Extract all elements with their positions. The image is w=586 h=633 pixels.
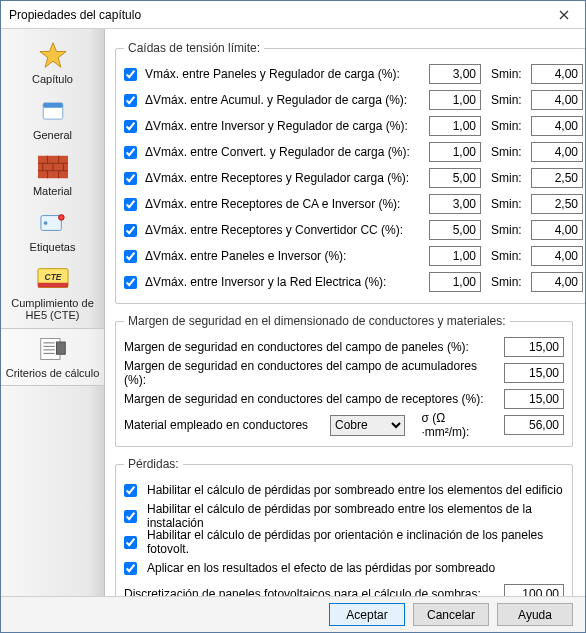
material-label: Material empleado en conductores [124,418,324,432]
caidas-checkbox[interactable] [124,224,137,237]
caidas-smin-input[interactable] [531,220,583,240]
caidas-value-input[interactable] [429,272,481,292]
caidas-value-input[interactable] [429,90,481,110]
smin-label: Smin: [491,171,527,185]
smin-label: Smin: [491,223,527,237]
sigma-label: σ (Ω ·mm²/m): [421,411,492,439]
ok-button[interactable]: Aceptar [329,603,405,626]
smin-label: Smin: [491,249,527,263]
close-button[interactable] [543,1,585,29]
discretizacion-label: Discretización de paneles fotovoltaicos … [124,587,498,596]
perdidas-checkbox[interactable] [124,562,137,575]
perdidas-checkbox[interactable] [124,510,137,523]
group-caidas: Caídas de tensión límite: Vmáx. entre Pa… [115,41,585,304]
sidebar-label: Criterios de cálculo [6,367,100,379]
sidebar-item-material[interactable]: Material [1,147,104,203]
svg-rect-20 [56,342,65,354]
perdidas-row: Habilitar el cálculo de pérdidas por som… [124,477,564,503]
margen-label: Margen de seguridad en conductores del c… [124,340,498,354]
caidas-smin-input[interactable] [531,168,583,188]
smin-label: Smin: [491,275,527,289]
smin-label: Smin: [491,67,527,81]
caidas-label: ΔVmáx. entre Convert. y Regulador de car… [145,145,425,159]
material-select[interactable]: Cobre [330,415,405,436]
caidas-checkbox[interactable] [124,68,137,81]
tag-icon [35,207,71,239]
sigma-input[interactable] [504,415,564,435]
caidas-value-input[interactable] [429,142,481,162]
margen-label: Margen de seguridad en conductores del c… [124,359,498,387]
group-perdidas-legend: Pérdidas: [124,457,183,471]
sidebar-item-capitulo[interactable]: Capítulo [1,35,104,91]
caidas-checkbox[interactable] [124,146,137,159]
caidas-smin-input[interactable] [531,142,583,162]
perdidas-label: Habilitar el cálculo de pérdidas por som… [147,483,563,497]
caidas-value-input[interactable] [429,220,481,240]
caidas-checkbox[interactable] [124,250,137,263]
sidebar-item-cte[interactable]: CTE Cumplimiento de HE5 (CTE) [1,259,104,327]
sidebar-label: Material [33,185,72,197]
caidas-checkbox[interactable] [124,198,137,211]
caidas-checkbox[interactable] [124,94,137,107]
caidas-smin-input[interactable] [531,64,583,84]
svg-text:CTE: CTE [44,272,61,282]
caidas-row: ΔVmáx. entre Acumul. y Regulador de carg… [124,87,583,113]
caidas-value-input[interactable] [429,116,481,136]
caidas-value-input[interactable] [429,194,481,214]
close-icon [559,10,569,20]
sidebar-item-general[interactable]: General [1,91,104,147]
perdidas-checkbox[interactable] [124,536,137,549]
caidas-row: ΔVmáx. entre Receptores de CA e Inversor… [124,191,583,217]
caidas-checkbox[interactable] [124,120,137,133]
sidebar-item-etiquetas[interactable]: Etiquetas [1,203,104,259]
smin-label: Smin: [491,93,527,107]
footer: Aceptar Cancelar Ayuda [1,596,585,632]
caidas-checkbox[interactable] [124,276,137,289]
caidas-value-input[interactable] [429,168,481,188]
caidas-label: Vmáx. entre Paneles y Regulador de carga… [145,67,425,81]
caidas-value-input[interactable] [429,64,481,84]
svg-rect-18 [37,283,67,288]
caidas-label: ΔVmáx. entre Receptores de CA e Inversor… [145,197,425,211]
caidas-smin-input[interactable] [531,90,583,110]
caidas-value-input[interactable] [429,246,481,266]
content-area: Capítulo General Material Etiquetas CTE … [1,29,585,596]
caidas-row: Vmáx. entre Paneles y Regulador de carga… [124,61,583,87]
svg-marker-0 [39,43,65,68]
caidas-checkbox[interactable] [124,172,137,185]
caidas-label: ΔVmáx. entre Paneles e Inversor (%): [145,249,425,263]
caidas-label: ΔVmáx. entre Acumul. y Regulador de carg… [145,93,425,107]
margen-row: Margen de seguridad en conductores del c… [124,334,564,360]
caidas-row: ΔVmáx. entre Inversor y Regulador de car… [124,113,583,139]
sidebar-label: Etiquetas [30,241,76,253]
caidas-smin-input[interactable] [531,246,583,266]
caidas-row: ΔVmáx. entre Paneles e Inversor (%):Smin… [124,243,583,269]
margen-input[interactable] [504,389,564,409]
help-button[interactable]: Ayuda [497,603,573,626]
caidas-label: ΔVmáx. entre Receptores y Convertidor CC… [145,223,425,237]
sidebar-item-criterios[interactable]: Criterios de cálculo [1,328,104,386]
caidas-label: ΔVmáx. entre Receptores y Regulador carg… [145,171,425,185]
caidas-smin-input[interactable] [531,272,583,292]
caidas-row: ΔVmáx. entre Receptores y Convertidor CC… [124,217,583,243]
caidas-smin-input[interactable] [531,116,583,136]
perdidas-checkbox[interactable] [124,484,137,497]
caidas-row: ΔVmáx. entre Receptores y Regulador carg… [124,165,583,191]
smin-label: Smin: [491,145,527,159]
perdidas-label: Habilitar el cálculo de pérdidas por som… [147,502,564,530]
perdidas-row: Habilitar el cálculo de pérdidas por ori… [124,529,564,555]
perdidas-row: Aplicar en los resultados el efecto de l… [124,555,564,581]
caidas-smin-input[interactable] [531,194,583,214]
discretizacion-row: Discretización de paneles fotovoltaicos … [124,581,564,596]
caidas-row: ΔVmáx. entre Inversor y la Red Electrica… [124,269,583,295]
caidas-label: ΔVmáx. entre Inversor y Regulador de car… [145,119,425,133]
margen-row: Margen de seguridad en conductores del c… [124,360,564,386]
discretizacion-input[interactable] [504,584,564,596]
group-caidas-legend: Caídas de tensión límite: [124,41,264,55]
margen-label: Margen de seguridad en conductores del c… [124,392,498,406]
margen-input[interactable] [504,363,564,383]
list-icon [35,333,71,365]
margen-input[interactable] [504,337,564,357]
caidas-label: ΔVmáx. entre Inversor y la Red Electrica… [145,275,425,289]
cancel-button[interactable]: Cancelar [413,603,489,626]
